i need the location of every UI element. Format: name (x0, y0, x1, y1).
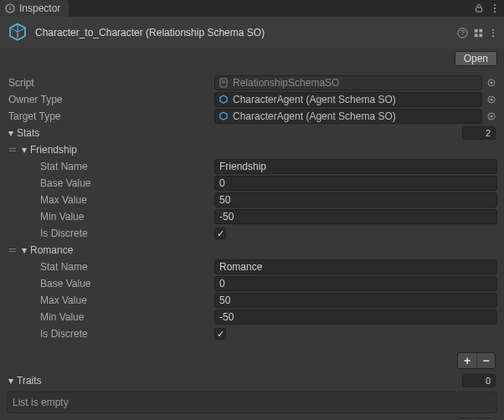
stat-name-input[interactable]: Romance (214, 259, 497, 274)
base-value-input[interactable]: 0 (214, 176, 497, 191)
svg-point-15 (492, 35, 494, 37)
asset-header: Character_to_Character (Relationship Sch… (0, 17, 504, 49)
stat-name-label: Stat Name (40, 261, 88, 273)
chevron-down-icon: ▾ (7, 375, 15, 387)
svg-rect-10 (479, 28, 482, 32)
list-item[interactable]: ▾ Friendship (7, 141, 497, 158)
asset-title: Character_to_Character (Relationship Sch… (35, 27, 450, 38)
chevron-down-icon: ▾ (20, 244, 28, 256)
target-type-label: Target Type (8, 110, 60, 122)
open-button[interactable]: Open (455, 51, 497, 66)
is-discrete-checkbox[interactable]: ✓ (214, 328, 226, 340)
stats-list-footer: + − (7, 347, 497, 372)
script-field: RelationshipSchemaSO (214, 75, 482, 90)
min-value-label: Min Value (40, 211, 84, 223)
lock-icon[interactable] (474, 3, 484, 13)
base-value-label: Base Value (40, 177, 91, 189)
preset-icon[interactable] (473, 28, 484, 38)
stat-item-title: Romance (30, 244, 73, 256)
svg-point-22 (491, 99, 493, 101)
owner-type-field[interactable]: CharacterAgent (Agent Schema SO) (214, 92, 482, 107)
stat-item-title: Friendship (30, 144, 77, 156)
target-type-row: Target Type CharacterAgent (Agent Schema… (7, 108, 497, 125)
base-value-input[interactable]: 0 (214, 276, 497, 291)
max-value-label: Max Value (40, 194, 87, 206)
chevron-down-icon: ▾ (7, 127, 15, 139)
script-row: Script RelationshipSchemaSO (7, 74, 497, 91)
svg-text:?: ? (460, 28, 465, 37)
is-discrete-label: Is Discrete (40, 228, 88, 239)
traits-count[interactable]: 0 (462, 374, 496, 387)
owner-type-row: Owner Type CharacterAgent (Agent Schema … (7, 91, 497, 108)
max-value-input[interactable]: 50 (214, 192, 497, 207)
svg-point-20 (491, 82, 493, 85)
svg-rect-2 (9, 6, 10, 7)
target-type-field[interactable]: CharacterAgent (Agent Schema SO) (214, 109, 482, 124)
stats-foldout[interactable]: ▾ Stats 2 (7, 125, 497, 141)
stats-count[interactable]: 2 (462, 126, 496, 140)
script-value: RelationshipSchemaSO (233, 77, 339, 89)
object-picker-icon[interactable] (486, 79, 497, 87)
stat-name-label: Stat Name (40, 161, 88, 172)
object-picker-icon[interactable] (486, 112, 497, 120)
svg-rect-1 (9, 8, 10, 10)
chevron-down-icon: ▾ (20, 144, 28, 156)
tab-title: Inspector (19, 3, 60, 14)
drag-handle-icon[interactable] (7, 248, 18, 252)
scriptable-object-icon (219, 111, 229, 121)
info-icon (5, 3, 15, 13)
kebab-icon[interactable] (491, 3, 499, 13)
list-item[interactable]: ▾ Romance (7, 242, 497, 259)
traits-label: Traits (17, 375, 42, 387)
owner-type-label: Owner Type (8, 94, 62, 105)
is-discrete-checkbox[interactable]: ✓ (214, 228, 226, 239)
add-button[interactable]: + (458, 353, 476, 368)
svg-point-4 (494, 4, 496, 6)
svg-point-6 (494, 11, 496, 13)
traits-list-footer: + − (7, 413, 497, 420)
stats-label: Stats (17, 127, 39, 139)
svg-rect-3 (476, 8, 482, 12)
inspector-tab[interactable]: Inspector (0, 0, 69, 17)
min-value-input[interactable]: -50 (214, 209, 497, 224)
script-icon (219, 78, 229, 88)
scriptable-object-icon (219, 95, 229, 105)
svg-point-13 (492, 28, 494, 30)
max-value-label: Max Value (40, 295, 87, 306)
svg-rect-11 (475, 33, 478, 37)
traits-foldout[interactable]: ▾ Traits 0 (7, 372, 497, 389)
svg-point-24 (491, 115, 493, 118)
target-type-value: CharacterAgent (Agent Schema SO) (233, 110, 396, 122)
traits-empty-message: List is empty (7, 392, 497, 413)
drag-handle-icon[interactable] (7, 148, 18, 151)
base-value-label: Base Value (40, 278, 91, 289)
stat-name-input[interactable]: Friendship (214, 159, 497, 174)
script-label: Script (8, 77, 34, 89)
is-discrete-label: Is Discrete (40, 328, 88, 340)
owner-type-value: CharacterAgent (Agent Schema SO) (233, 94, 396, 105)
svg-point-5 (494, 8, 496, 9)
tab-bar: Inspector (0, 0, 504, 17)
remove-button[interactable]: − (476, 353, 495, 368)
help-icon[interactable]: ? (457, 28, 468, 38)
max-value-input[interactable]: 50 (214, 293, 497, 308)
svg-rect-9 (475, 28, 478, 32)
min-value-input[interactable]: -50 (214, 310, 497, 325)
kebab-icon[interactable] (489, 28, 497, 38)
object-picker-icon[interactable] (486, 95, 497, 104)
min-value-label: Min Value (40, 311, 84, 323)
svg-point-14 (492, 32, 494, 33)
svg-rect-12 (479, 33, 482, 37)
scriptable-object-icon (7, 22, 28, 44)
